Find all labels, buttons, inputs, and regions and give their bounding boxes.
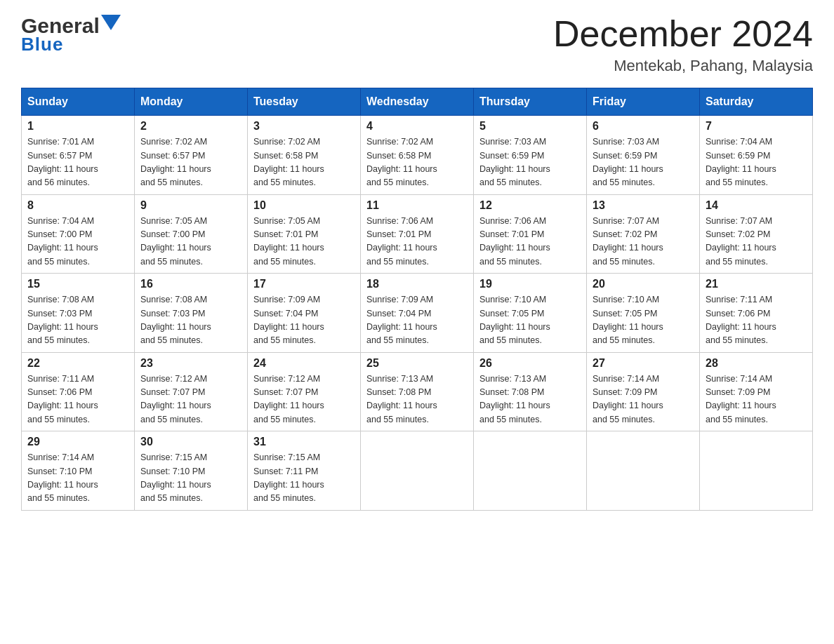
day-number: 19 [479, 278, 581, 290]
day-number: 25 [366, 357, 468, 370]
day-number: 27 [593, 357, 694, 370]
day-number: 6 [593, 120, 694, 133]
calendar-day-cell: 27 Sunrise: 7:14 AM Sunset: 7:09 PM Dayl… [587, 352, 700, 431]
calendar-day-cell: 14 Sunrise: 7:07 AM Sunset: 7:02 PM Dayl… [700, 194, 813, 274]
day-number: 7 [706, 120, 807, 133]
calendar-day-cell: 24 Sunrise: 7:12 AM Sunset: 7:07 PM Dayl… [248, 352, 361, 431]
calendar-week-row: 29 Sunrise: 7:14 AM Sunset: 7:10 PM Dayl… [22, 431, 813, 511]
calendar-day-cell: 31 Sunrise: 7:15 AM Sunset: 7:11 PM Dayl… [248, 431, 361, 511]
calendar-day-header: Sunday [22, 88, 135, 116]
calendar-day-cell: 23 Sunrise: 7:12 AM Sunset: 7:07 PM Dayl… [135, 352, 248, 431]
calendar-header-row: SundayMondayTuesdayWednesdayThursdayFrid… [22, 88, 813, 116]
day-number: 18 [366, 278, 468, 290]
calendar-week-row: 15 Sunrise: 7:08 AM Sunset: 7:03 PM Dayl… [22, 274, 813, 353]
day-number: 2 [140, 120, 241, 133]
calendar-day-cell: 30 Sunrise: 7:15 AM Sunset: 7:10 PM Dayl… [135, 431, 248, 511]
calendar-day-cell: 18 Sunrise: 7:09 AM Sunset: 7:04 PM Dayl… [361, 274, 474, 353]
logo: General Blue [21, 14, 121, 55]
day-number: 5 [479, 120, 581, 133]
day-number: 26 [479, 357, 581, 370]
day-info: Sunrise: 7:03 AM Sunset: 6:59 PM Dayligh… [593, 135, 694, 190]
calendar-day-cell: 1 Sunrise: 7:01 AM Sunset: 6:57 PM Dayli… [22, 116, 135, 195]
calendar-day-header: Wednesday [361, 88, 474, 116]
logo-blue: Blue [21, 34, 63, 55]
day-number: 30 [140, 436, 241, 448]
calendar-day-cell: 11 Sunrise: 7:06 AM Sunset: 7:01 PM Dayl… [361, 194, 474, 274]
day-number: 16 [140, 278, 241, 290]
calendar-day-cell: 19 Sunrise: 7:10 AM Sunset: 7:05 PM Dayl… [474, 274, 587, 353]
day-number: 12 [479, 199, 581, 212]
page-header: General Blue December 2024 Mentekab, Pah… [21, 14, 813, 75]
day-number: 11 [366, 199, 468, 212]
day-number: 10 [253, 199, 355, 212]
calendar-day-header: Monday [135, 88, 248, 116]
day-info: Sunrise: 7:04 AM Sunset: 7:00 PM Dayligh… [27, 215, 128, 269]
calendar-day-cell: 28 Sunrise: 7:14 AM Sunset: 7:09 PM Dayl… [700, 352, 813, 431]
day-number: 22 [27, 357, 128, 370]
day-info: Sunrise: 7:08 AM Sunset: 7:03 PM Dayligh… [27, 293, 128, 348]
day-info: Sunrise: 7:05 AM Sunset: 7:00 PM Dayligh… [140, 215, 241, 269]
day-number: 3 [253, 120, 355, 133]
title-block: December 2024 Mentekab, Pahang, Malaysia [553, 14, 813, 75]
calendar-day-cell: 10 Sunrise: 7:05 AM Sunset: 7:01 PM Dayl… [248, 194, 361, 274]
day-number: 15 [27, 278, 128, 290]
day-number: 31 [253, 436, 355, 448]
calendar-day-header: Saturday [700, 88, 813, 116]
calendar-week-row: 1 Sunrise: 7:01 AM Sunset: 6:57 PM Dayli… [22, 116, 813, 195]
calendar-day-cell: 26 Sunrise: 7:13 AM Sunset: 7:08 PM Dayl… [474, 352, 587, 431]
calendar-day-cell: 8 Sunrise: 7:04 AM Sunset: 7:00 PM Dayli… [22, 194, 135, 274]
day-info: Sunrise: 7:06 AM Sunset: 7:01 PM Dayligh… [479, 215, 581, 269]
calendar-day-cell: 16 Sunrise: 7:08 AM Sunset: 7:03 PM Dayl… [135, 274, 248, 353]
calendar-day-cell [700, 431, 813, 511]
day-info: Sunrise: 7:11 AM Sunset: 7:06 PM Dayligh… [27, 373, 128, 427]
day-info: Sunrise: 7:05 AM Sunset: 7:01 PM Dayligh… [253, 215, 355, 269]
day-number: 23 [140, 357, 241, 370]
day-info: Sunrise: 7:12 AM Sunset: 7:07 PM Dayligh… [253, 373, 355, 427]
day-number: 4 [366, 120, 468, 133]
calendar-day-cell: 25 Sunrise: 7:13 AM Sunset: 7:08 PM Dayl… [361, 352, 474, 431]
day-info: Sunrise: 7:03 AM Sunset: 6:59 PM Dayligh… [479, 135, 581, 190]
calendar-day-header: Thursday [474, 88, 587, 116]
page-title: December 2024 [553, 14, 813, 54]
calendar-day-cell: 12 Sunrise: 7:06 AM Sunset: 7:01 PM Dayl… [474, 194, 587, 274]
day-info: Sunrise: 7:11 AM Sunset: 7:06 PM Dayligh… [706, 293, 807, 348]
day-info: Sunrise: 7:02 AM Sunset: 6:58 PM Dayligh… [366, 135, 468, 190]
logo-triangle-icon [101, 15, 121, 34]
calendar-day-cell: 7 Sunrise: 7:04 AM Sunset: 6:59 PM Dayli… [700, 116, 813, 195]
day-number: 24 [253, 357, 355, 370]
calendar-day-header: Tuesday [248, 88, 361, 116]
calendar-day-cell: 29 Sunrise: 7:14 AM Sunset: 7:10 PM Dayl… [22, 431, 135, 511]
calendar-day-cell: 4 Sunrise: 7:02 AM Sunset: 6:58 PM Dayli… [361, 116, 474, 195]
day-number: 29 [27, 436, 128, 448]
day-info: Sunrise: 7:13 AM Sunset: 7:08 PM Dayligh… [366, 373, 468, 427]
day-number: 21 [706, 278, 807, 290]
calendar-day-cell: 2 Sunrise: 7:02 AM Sunset: 6:57 PM Dayli… [135, 116, 248, 195]
day-number: 20 [593, 278, 694, 290]
day-number: 17 [253, 278, 355, 290]
day-info: Sunrise: 7:07 AM Sunset: 7:02 PM Dayligh… [706, 215, 807, 269]
day-info: Sunrise: 7:10 AM Sunset: 7:05 PM Dayligh… [593, 293, 694, 348]
calendar-day-cell: 9 Sunrise: 7:05 AM Sunset: 7:00 PM Dayli… [135, 194, 248, 274]
calendar-day-header: Friday [587, 88, 700, 116]
calendar-day-cell: 22 Sunrise: 7:11 AM Sunset: 7:06 PM Dayl… [22, 352, 135, 431]
day-number: 28 [706, 357, 807, 370]
page-subtitle: Mentekab, Pahang, Malaysia [553, 57, 813, 75]
day-info: Sunrise: 7:15 AM Sunset: 7:10 PM Dayligh… [140, 451, 241, 506]
day-info: Sunrise: 7:12 AM Sunset: 7:07 PM Dayligh… [140, 373, 241, 427]
day-info: Sunrise: 7:10 AM Sunset: 7:05 PM Dayligh… [479, 293, 581, 348]
day-info: Sunrise: 7:01 AM Sunset: 6:57 PM Dayligh… [27, 135, 128, 190]
day-info: Sunrise: 7:14 AM Sunset: 7:09 PM Dayligh… [593, 373, 694, 427]
day-number: 1 [27, 120, 128, 133]
day-number: 8 [27, 199, 128, 212]
calendar-day-cell: 20 Sunrise: 7:10 AM Sunset: 7:05 PM Dayl… [587, 274, 700, 353]
calendar-day-cell: 13 Sunrise: 7:07 AM Sunset: 7:02 PM Dayl… [587, 194, 700, 274]
calendar-day-cell [587, 431, 700, 511]
calendar-day-cell: 21 Sunrise: 7:11 AM Sunset: 7:06 PM Dayl… [700, 274, 813, 353]
calendar-day-cell [474, 431, 587, 511]
calendar-day-cell [361, 431, 474, 511]
day-info: Sunrise: 7:08 AM Sunset: 7:03 PM Dayligh… [140, 293, 241, 348]
svg-marker-0 [101, 15, 121, 30]
calendar-day-cell: 5 Sunrise: 7:03 AM Sunset: 6:59 PM Dayli… [474, 116, 587, 195]
calendar-day-cell: 17 Sunrise: 7:09 AM Sunset: 7:04 PM Dayl… [248, 274, 361, 353]
day-info: Sunrise: 7:04 AM Sunset: 6:59 PM Dayligh… [706, 135, 807, 190]
